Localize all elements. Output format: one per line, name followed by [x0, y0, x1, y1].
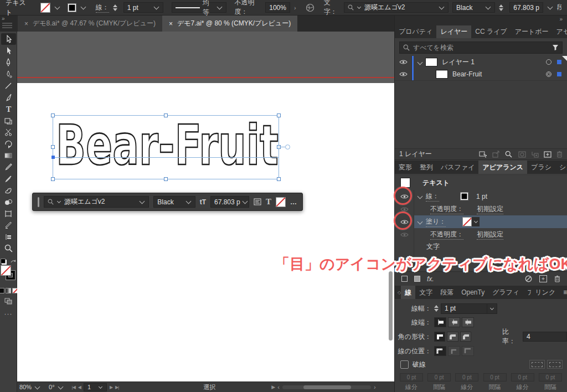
- round-join-button[interactable]: [447, 332, 458, 342]
- font-size-chevron-icon[interactable]: [548, 4, 553, 10]
- curvature-tool[interactable]: [1, 68, 16, 80]
- selection-bounding-box[interactable]: [53, 115, 279, 179]
- tab-layers[interactable]: レイヤー: [436, 25, 471, 38]
- scroll-right-icon[interactable]: ›: [374, 384, 376, 390]
- opacity-value[interactable]: 初期設定: [477, 230, 503, 240]
- new-layer-icon[interactable]: [544, 151, 551, 158]
- taskbar-font-search[interactable]: 源暎エムゴv2: [44, 196, 149, 208]
- close-icon[interactable]: ×: [169, 20, 173, 28]
- selection-handle[interactable]: [277, 114, 281, 117]
- artboard-number-field[interactable]: 1: [84, 383, 107, 391]
- taskbar-drag-handle[interactable]: [38, 197, 39, 207]
- align-outside-button[interactable]: [462, 346, 474, 356]
- stroke-weight-stepper[interactable]: [113, 4, 117, 11]
- tab-stroke[interactable]: 線: [401, 286, 415, 299]
- fill-label[interactable]: 塗り：: [426, 217, 446, 227]
- collapse-panels-icon[interactable]: »: [559, 16, 563, 22]
- taskbar-font-style[interactable]: Black: [153, 196, 195, 208]
- gradient-tool[interactable]: [1, 149, 16, 161]
- type-tool[interactable]: T: [1, 103, 16, 115]
- scroll-left-icon[interactable]: ‹: [277, 384, 280, 390]
- next-page-icon[interactable]: ▶: [110, 385, 112, 390]
- target-circle-icon[interactable]: [546, 59, 551, 65]
- font-size-field[interactable]: 67.803 p: [509, 2, 543, 13]
- doc-tab-demo8[interactable]: × デモ8.ai* @ 47.67 % (CMYK/プレビュー): [18, 16, 162, 32]
- prev-page-icon[interactable]: ◀: [78, 385, 81, 390]
- stroke-color-swatch[interactable]: [68, 3, 76, 12]
- object-name[interactable]: Bear-Fruit: [452, 70, 482, 78]
- font-size-stepper[interactable]: [499, 4, 503, 11]
- delete-item-icon[interactable]: [554, 275, 560, 282]
- zoom-tool[interactable]: [1, 243, 16, 254]
- preserve-dash-button[interactable]: [529, 360, 545, 369]
- projecting-cap-button[interactable]: [462, 317, 474, 327]
- rotate-extension-handle[interactable]: [285, 145, 290, 149]
- rotate-view-tool[interactable]: [1, 138, 16, 149]
- selection-handle[interactable]: [277, 177, 281, 181]
- character-label[interactable]: 文字：: [324, 0, 340, 17]
- opacity-value[interactable]: 初期設定: [477, 204, 503, 214]
- gradient-button[interactable]: [6, 288, 11, 293]
- characters-label[interactable]: 文字: [426, 242, 440, 251]
- target-circle-active-icon[interactable]: [546, 71, 551, 77]
- gap-value-field[interactable]: 0 pt: [427, 373, 451, 381]
- add-new-fill-icon[interactable]: [414, 276, 420, 282]
- blob-brush-tool[interactable]: [1, 184, 16, 196]
- vertical-scrollbar-thumb[interactable]: [389, 271, 393, 341]
- stroke-swatch-black[interactable]: [460, 192, 468, 200]
- width-tool[interactable]: [1, 231, 16, 243]
- touch-type-icon[interactable]: T: [266, 197, 271, 207]
- fill-color-swatch[interactable]: [40, 3, 50, 13]
- dash-value-field[interactable]: 0 pt: [511, 373, 534, 381]
- draw-mode-icon[interactable]: [4, 298, 12, 305]
- artboard-tool[interactable]: [1, 208, 16, 219]
- sphere-icon[interactable]: [306, 3, 315, 12]
- more-options-icon[interactable]: …: [290, 198, 297, 206]
- taskbar-font-size[interactable]: 67.803 p: [210, 196, 249, 208]
- tab-symbols[interactable]: シンボル: [555, 161, 567, 174]
- fill-indicator-swatch-none[interactable]: [1, 265, 11, 276]
- appearance-stroke-opacity-row[interactable]: 不透明度： 初期設定: [395, 203, 567, 216]
- layer-row-bear-fruit[interactable]: Bear-Fruit: [395, 68, 567, 81]
- eyedropper-tool[interactable]: [1, 173, 16, 184]
- tab-paragraph[interactable]: 段落: [436, 286, 457, 299]
- scissors-tool[interactable]: [1, 126, 16, 138]
- tab-transform[interactable]: 変形: [395, 161, 416, 174]
- selection-handle[interactable]: [51, 145, 55, 149]
- layer-row-1[interactable]: レイヤー 1: [395, 56, 567, 69]
- selection-handle[interactable]: [164, 177, 168, 181]
- stroke-weight-label[interactable]: 線：: [96, 3, 109, 13]
- appearance-fill-opacity-row[interactable]: 不透明度： 初期設定: [395, 228, 567, 241]
- status-expand-icon[interactable]: ▶: [271, 384, 275, 390]
- appearance-fill-row-selected[interactable]: 塗り：: [395, 215, 567, 229]
- panel-collapse-diamond-icon[interactable]: ◇: [395, 286, 401, 299]
- tab-character[interactable]: 文字: [415, 286, 436, 299]
- fill-swatch-none[interactable]: [462, 217, 472, 226]
- font-family-search[interactable]: 源暎エムゴv2: [344, 2, 449, 13]
- locate-object-icon[interactable]: [479, 151, 487, 158]
- tools-drag-grip[interactable]: [2, 23, 12, 24]
- stroke-weight-field[interactable]: 1 pt: [123, 2, 163, 13]
- font-style-dropdown[interactable]: Black: [452, 2, 495, 13]
- gap-value-field[interactable]: 0 pt: [483, 373, 507, 381]
- stroke-swatch-chevron-icon[interactable]: [80, 4, 86, 10]
- rotation-value[interactable]: 0°: [49, 384, 55, 390]
- direct-selection-tool[interactable]: [1, 45, 16, 56]
- expand-chevron-icon[interactable]: [417, 194, 423, 199]
- rotation-chevron-icon[interactable]: [58, 384, 63, 389]
- bevel-join-button[interactable]: [460, 332, 471, 342]
- dashed-line-checkbox[interactable]: [400, 360, 409, 369]
- stroke-width-stepper[interactable]: [434, 305, 439, 312]
- tab-align[interactable]: 整列: [416, 161, 437, 174]
- delete-layer-icon[interactable]: [556, 151, 563, 158]
- slice-tool[interactable]: [1, 219, 16, 231]
- paragraph-panel-icon[interactable]: [254, 198, 261, 205]
- expand-chevron-icon[interactable]: [417, 219, 423, 225]
- align-center-button[interactable]: [434, 346, 446, 356]
- stroke-width-field[interactable]: 1 pt: [441, 303, 487, 314]
- selection-handle[interactable]: [164, 114, 168, 117]
- tab-brushes[interactable]: ブラシ: [527, 161, 555, 174]
- swap-fill-stroke-icon[interactable]: [11, 259, 16, 264]
- layers-search-field[interactable]: すべてを検索: [399, 42, 563, 54]
- zoom-level[interactable]: 80%: [19, 384, 32, 390]
